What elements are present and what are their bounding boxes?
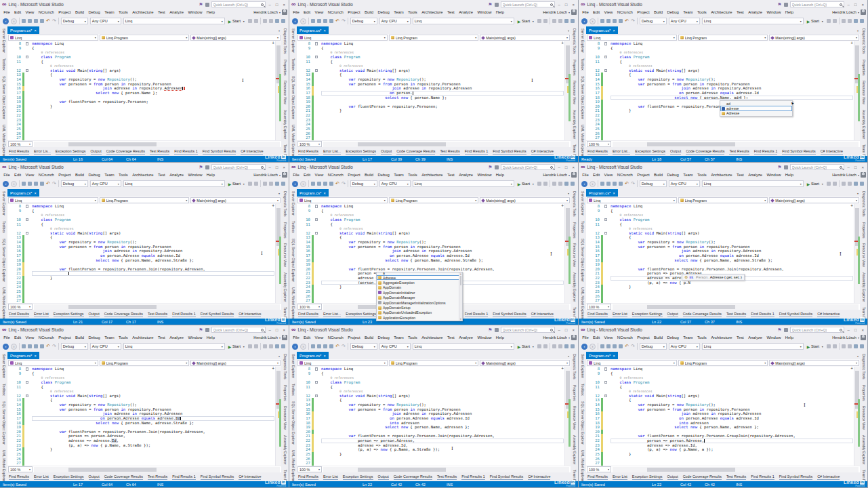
solution-platform-dropdown[interactable]: Any CPU ▾: [669, 180, 700, 187]
close-button[interactable]: ×: [571, 327, 576, 333]
zoom-dropdown[interactable]: 100 % ▾: [8, 466, 33, 472]
splitter-plus-icon[interactable]: +: [850, 41, 853, 45]
panel-tab-c-interactive[interactable]: C# Interactive: [531, 312, 554, 317]
save-all-icon[interactable]: [329, 19, 333, 23]
save-icon[interactable]: [613, 182, 617, 186]
menu-item-edit[interactable]: Edit: [302, 10, 313, 14]
user-name[interactable]: Hendrik Lösch: [832, 173, 856, 177]
collapse-box[interactable]: [315, 56, 318, 59]
menu-item-team[interactable]: Team: [392, 173, 406, 177]
quick-launch-input[interactable]: Quick Launch (Ctrl+Q): [501, 164, 555, 170]
tool-window-tab-server-explorer[interactable]: Server Explorer: [2, 191, 6, 216]
completion-item[interactable]: Adresse: [377, 275, 462, 280]
startup-project-dropdown[interactable]: Linq ▾: [702, 180, 804, 187]
bookmark-icon[interactable]: [281, 182, 285, 186]
menu-item-help[interactable]: Help: [205, 10, 218, 14]
step-over-icon[interactable]: [842, 344, 846, 348]
panel-tab-find-results-1[interactable]: Find Results 1: [174, 149, 197, 155]
restore-button[interactable]: □: [274, 327, 280, 333]
solution-configuration-dropdown[interactable]: Debug ▾: [61, 180, 88, 187]
menu-item-debug[interactable]: Debug: [86, 10, 102, 14]
menu-item-window[interactable]: Window: [764, 10, 783, 14]
member-dropdown[interactable]: Main(string[] args) ▾: [769, 360, 859, 366]
close-icon[interactable]: ×: [34, 28, 36, 33]
tool-window-tab-toolbox[interactable]: Toolbox: [581, 221, 585, 233]
step-over-icon[interactable]: [842, 19, 846, 23]
completion-item[interactable]: AppDomainUnloadedException: [377, 310, 462, 315]
panel-tab-exception-settings[interactable]: Exception Settings: [632, 312, 663, 317]
project-dropdown[interactable]: Linq ▾: [587, 360, 677, 366]
completion-item[interactable]: ad: [720, 101, 792, 106]
stop-icon[interactable]: [254, 182, 258, 186]
bookmark-icon[interactable]: [571, 182, 575, 186]
new-file-icon[interactable]: [311, 182, 315, 186]
zoom-dropdown[interactable]: 100 % ▾: [587, 466, 611, 472]
panel-tab-test-results[interactable]: Test Results: [729, 149, 749, 155]
tool-window-tab-diagnostic-tools[interactable]: Diagnostic Tools: [573, 354, 577, 380]
completion-item[interactable]: AppDomainSetup: [377, 305, 462, 310]
avatar[interactable]: [282, 335, 287, 340]
menu-item-file[interactable]: File: [291, 173, 302, 177]
zoom-dropdown[interactable]: 100 % ▾: [587, 304, 611, 310]
redo-button[interactable]: ↷: [342, 344, 346, 349]
tool-window-tab-sql-server-object-explorer[interactable]: SQL Server Object Explorer: [581, 76, 585, 119]
type-dropdown[interactable]: Linq.Program ▾: [100, 360, 190, 366]
stop-icon[interactable]: [833, 344, 837, 348]
tool-window-tab-properties[interactable]: Properties: [283, 385, 287, 401]
menu-item-help[interactable]: Help: [783, 10, 796, 14]
save-icon[interactable]: [323, 182, 327, 186]
tab-list-caret-icon[interactable]: ▾: [278, 192, 280, 195]
quick-launch-input[interactable]: Quick Launch (Ctrl+Q): [790, 1, 844, 7]
new-file-icon[interactable]: [22, 182, 26, 186]
document-tab-program-cs[interactable]: Program.cs* ×: [586, 26, 618, 34]
document-tab-program-cs[interactable]: Program.cs* ×: [7, 189, 39, 197]
redo-button[interactable]: ↷: [52, 181, 56, 186]
panel-tab-output[interactable]: Output: [378, 474, 389, 480]
menu-item-edit[interactable]: Edit: [12, 336, 24, 340]
menu-item-analyze[interactable]: Analyze: [746, 10, 764, 14]
panel-tab-output[interactable]: Output: [89, 474, 100, 480]
close-icon[interactable]: ×: [613, 191, 615, 195]
panel-tab-find-results-1[interactable]: Find Results 1: [172, 312, 195, 317]
menu-item-help[interactable]: Help: [494, 10, 507, 14]
code-editor[interactable]: 8namespace Linq9{0 references10 class Pr…: [297, 41, 571, 140]
navigate-back-button[interactable]: ‹: [3, 344, 9, 350]
comment-icon[interactable]: [564, 344, 569, 348]
save-all-icon[interactable]: [619, 182, 623, 186]
code-editor[interactable]: 8namespace Linq9{0 references10 class Pr…: [7, 367, 281, 466]
step-over-icon[interactable]: [552, 19, 556, 23]
step-into-icon[interactable]: [269, 19, 273, 23]
save-icon[interactable]: [323, 19, 327, 23]
tool-window-tab-assembly-explorer[interactable]: Assembly Explorer: [283, 435, 287, 464]
solution-configuration-dropdown[interactable]: Debug ▾: [640, 18, 667, 24]
scrollbar-thumb[interactable]: [68, 468, 157, 472]
panel-tab-output[interactable]: Output: [89, 312, 100, 317]
break-all-icon[interactable]: [537, 344, 541, 348]
solution-platform-dropdown[interactable]: Any CPU ▾: [669, 18, 700, 24]
stop-icon[interactable]: [833, 182, 837, 186]
tool-window-tab-assembly-explorer[interactable]: Assembly Explorer: [862, 110, 866, 139]
break-all-icon[interactable]: [827, 344, 831, 348]
panel-tab-test-results[interactable]: Test Results: [150, 149, 169, 155]
undo-button[interactable]: ↶: [46, 344, 50, 349]
menu-item-team[interactable]: Team: [681, 10, 695, 14]
splitter-plus-icon[interactable]: +: [561, 204, 564, 208]
notifications-icon[interactable]: [205, 3, 209, 7]
panel-tab-find-results[interactable]: Find Results: [587, 149, 608, 155]
tool-window-tab-resource-view[interactable]: Resource View: [862, 81, 866, 104]
panel-tab-output[interactable]: Output: [381, 149, 392, 155]
tool-window-tab-uml-model-explorer[interactable]: UML Model Explorer: [581, 287, 585, 319]
splitter-plus-icon[interactable]: +: [272, 367, 274, 371]
menu-item-edit[interactable]: Edit: [12, 173, 24, 177]
member-dropdown[interactable]: Main(string[] args) ▾: [769, 197, 859, 203]
close-icon[interactable]: ×: [613, 28, 615, 33]
startup-project-dropdown[interactable]: Linq ▾: [702, 18, 804, 24]
tab-list-caret-icon[interactable]: ▾: [857, 354, 859, 358]
panel-tab-error-list[interactable]: Error List: [613, 474, 627, 480]
collapse-box[interactable]: [315, 218, 318, 222]
navigate-forward-button[interactable]: ›: [300, 181, 306, 187]
menu-item-build[interactable]: Build: [73, 10, 86, 14]
menu-item-ncrunch[interactable]: NCrunch: [615, 173, 635, 177]
solution-platform-dropdown[interactable]: Any CPU ▾: [379, 343, 411, 350]
menu-item-architecture[interactable]: Architecture: [419, 10, 445, 14]
